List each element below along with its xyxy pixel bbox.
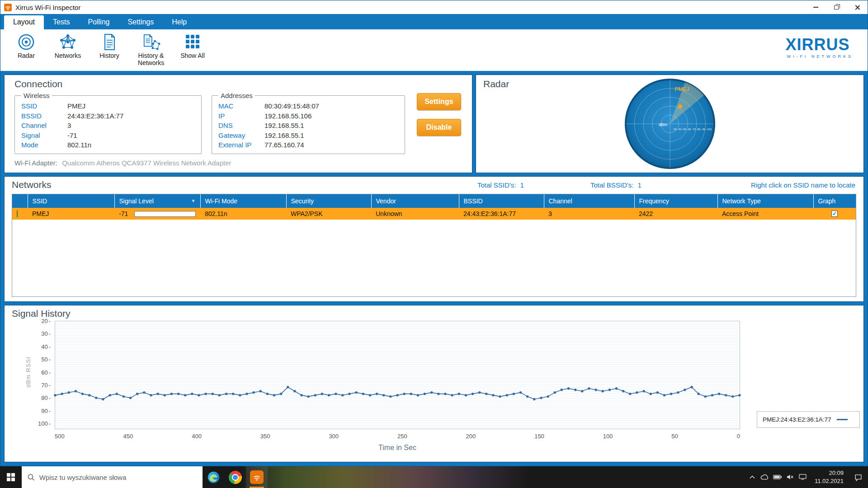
toolbar-label: History & Networks <box>132 52 170 66</box>
cell-status <box>12 208 28 220</box>
x-tick: 450 <box>123 433 133 440</box>
col-channel[interactable]: Channel <box>544 194 634 208</box>
xirrus-logo-tagline: WI-FI NETWORKS <box>787 54 854 59</box>
cell-channel: 3 <box>544 208 634 220</box>
toolbar-label: Show All <box>180 52 205 60</box>
total-bssids: Total BSSID's: 1 <box>590 181 642 189</box>
total-bssids-value: 1 <box>637 181 641 189</box>
field-label: Gateway <box>218 131 264 141</box>
taskbar-chrome-button[interactable] <box>224 466 246 488</box>
search-icon <box>27 473 35 481</box>
radar-ssid-label: PMEJ <box>675 86 689 92</box>
toolbar-radar-button[interactable]: Radar <box>7 32 46 60</box>
toolbar-networks-button[interactable]: Networks <box>48 32 87 60</box>
radar-target-dot <box>678 104 682 108</box>
field-label: Channel <box>21 121 67 131</box>
col-bssid[interactable]: BSSID <box>459 194 544 208</box>
taskbar: 20:09 11.02.2021 <box>0 466 868 488</box>
search-input[interactable] <box>39 474 197 481</box>
signal-history-chart: dBm RSSI 20 30 40 50 60 70 80 90 100 <box>12 320 856 455</box>
minimize-button[interactable] <box>805 0 826 14</box>
close-button[interactable] <box>847 0 868 14</box>
y-tick: 40 <box>41 343 51 349</box>
menu-polling[interactable]: Polling <box>79 15 118 29</box>
y-tick: 60 <box>41 369 51 375</box>
x-tick: 150 <box>534 433 544 440</box>
windows-logo-icon <box>7 473 15 481</box>
xirrus-logo: XIRRUS WI-FI NETWORKS <box>786 37 854 59</box>
col-graph[interactable]: Graph <box>813 194 856 208</box>
history-networks-icon <box>141 32 161 52</box>
y-tick: 70 <box>41 382 51 388</box>
col-vendor[interactable]: Vendor <box>371 194 459 208</box>
menu-tests[interactable]: Tests <box>44 15 79 29</box>
disable-button[interactable]: Disable <box>417 119 461 136</box>
taskbar-xirrus-button[interactable] <box>246 466 268 488</box>
field-label: BSSID <box>21 111 67 121</box>
x-tick: 100 <box>603 433 613 440</box>
toolbar-history-button[interactable]: History <box>90 32 129 60</box>
toolbar-history-networks-button[interactable]: History & Networks <box>132 32 170 66</box>
col-network-type[interactable]: Network Type <box>717 194 813 208</box>
start-button[interactable] <box>0 466 22 488</box>
network-icon[interactable] <box>797 466 809 488</box>
col-wifi-mode[interactable]: Wi-Fi Mode <box>200 194 286 208</box>
col-security[interactable]: Security <box>286 194 371 208</box>
menu-help[interactable]: Help <box>163 15 196 29</box>
system-tray: 20:09 11.02.2021 <box>746 466 868 488</box>
y-tick: 30 <box>41 331 51 337</box>
x-tick: 0 <box>737 433 740 440</box>
col-status <box>12 194 28 208</box>
field-label: DNS <box>218 121 264 131</box>
history-document-icon <box>99 32 119 52</box>
graph-checkbox[interactable] <box>831 211 838 217</box>
menu-settings[interactable]: Settings <box>118 15 163 29</box>
chrome-icon <box>229 471 242 484</box>
connection-panel: Connection Wireless SSIDPMEJ BSSID24:43:… <box>4 75 472 173</box>
col-frequency[interactable]: Frequency <box>634 194 717 208</box>
restore-button[interactable] <box>826 0 847 14</box>
col-signal-level-label: Signal Level <box>119 197 154 205</box>
titlebar: Xirrus Wi-Fi Inspector <box>0 0 868 14</box>
x-tick: 400 <box>192 433 202 440</box>
field-value: 192.168.55.1 <box>264 131 304 141</box>
toolbar-label: History <box>99 52 119 60</box>
adapter-value: Qualcomm Atheros QCA9377 Wireless Networ… <box>62 159 231 167</box>
action-center-button[interactable] <box>848 466 868 488</box>
app-window: Xirrus Wi-Fi Inspector Layout Tests Poll… <box>0 0 868 466</box>
field-value: 24:43:E2:36:1A:77 <box>67 111 123 121</box>
taskbar-search[interactable] <box>22 466 203 488</box>
onedrive-cloud-icon[interactable] <box>759 466 771 488</box>
hidden-icons-chevron[interactable] <box>746 466 759 488</box>
radar-unit-label: dBm <box>658 122 667 127</box>
total-ssids-value: 1 <box>520 181 524 189</box>
col-ssid[interactable]: SSID <box>28 194 114 208</box>
locate-hint: Right click on SSID name to locate <box>751 181 855 189</box>
taskbar-clock[interactable]: 20:09 11.02.2021 <box>809 469 848 485</box>
networks-panel: Networks Total SSID's: 1 Total BSSID's: … <box>4 176 864 302</box>
x-axis-label: Time in Sec <box>55 444 740 452</box>
signal-history-title: Signal History <box>12 308 856 319</box>
volume-muted-icon[interactable] <box>784 466 797 488</box>
taskbar-edge-button[interactable] <box>203 466 224 488</box>
networks-title: Networks <box>12 179 52 190</box>
sort-desc-icon: ▼ <box>191 198 196 203</box>
settings-button[interactable]: Settings <box>417 93 461 110</box>
field-label: External IP <box>218 140 264 150</box>
field-label: IP <box>218 111 264 121</box>
menu-layout[interactable]: Layout <box>4 15 44 29</box>
toolbar-show-all-button[interactable]: Show All <box>173 32 212 60</box>
y-axis-ticks: 20 30 40 50 60 70 80 90 100 <box>12 321 51 429</box>
y-tick: 90 <box>41 408 51 413</box>
y-tick: 80 <box>41 395 51 401</box>
field-value: -71 <box>67 131 77 141</box>
battery-icon[interactable] <box>771 466 784 488</box>
wireless-group: Wireless SSIDPMEJ BSSID24:43:E2:36:1A:77… <box>14 92 202 154</box>
minimize-icon <box>813 7 818 8</box>
x-tick: 250 <box>397 433 407 440</box>
field-label: Signal <box>21 131 67 141</box>
x-tick: 350 <box>260 433 270 440</box>
cell-signal-level: -71 <box>114 208 200 220</box>
network-row-pmej[interactable]: PMEJ -71 802.11n WPA2/PSK Unknown 24:43:… <box>12 208 856 220</box>
col-signal-level[interactable]: Signal Level▼ <box>114 194 200 208</box>
